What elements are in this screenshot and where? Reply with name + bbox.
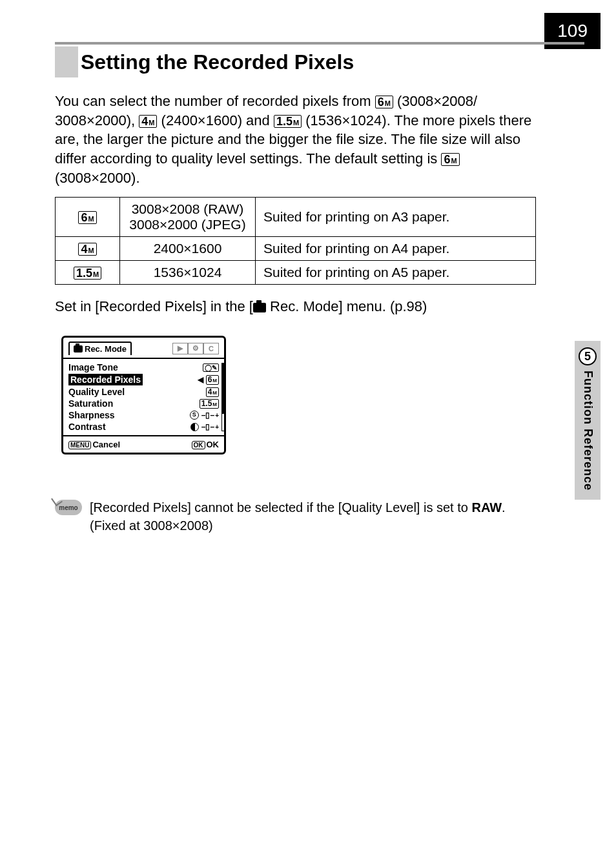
camera-icon: [74, 345, 83, 352]
pixels-table: 6M 3008×2008 (RAW)3008×2000 (JPEG) Suite…: [55, 197, 536, 285]
chapter-number: 5: [579, 347, 597, 365]
memo-text: [Recorded Pixels] cannot be selected if …: [90, 498, 533, 535]
menu-item-sharpness: Sharpness S –▯–+: [68, 409, 219, 421]
intro-text-5: (3008×2000).: [55, 170, 140, 186]
memo-block: memo [Recorded Pixels] cannot be selecte…: [55, 498, 533, 535]
badge-4m-icon: 4M: [206, 387, 219, 397]
description: Suited for printing on A4 paper.: [256, 237, 536, 261]
resolution-value: 3008×2008 (RAW): [132, 201, 244, 216]
sharpness-icon: S: [190, 411, 199, 420]
badge-4m-icon: 4M: [139, 115, 157, 128]
table-row: 1.5M 1536×1024 Suited for printing on A5…: [56, 261, 536, 285]
badge-15m-icon: 1.5M: [274, 115, 302, 128]
menu-body: Image Tone ◯✎ Recorded Pixels ◀ 6M Quali…: [63, 358, 224, 436]
description: Suited for printing on A3 paper.: [256, 198, 536, 237]
custom-tab-icon: C: [203, 343, 219, 354]
playback-tab-icon: ▶: [172, 343, 188, 354]
slider-icon: –▯–+: [201, 422, 219, 431]
title-accent-bar: [55, 46, 78, 77]
badge-6m-icon: 6M: [78, 211, 96, 224]
chapter-label: Function Reference: [581, 371, 595, 491]
resolution-value: 3008×2000 (JPEG): [129, 217, 245, 232]
setup-tab-icon: ⚙: [188, 343, 203, 354]
side-tab: 5 Function Reference: [575, 341, 601, 500]
badge-6m-default-icon: 6M: [441, 153, 459, 166]
intro-text-1: You can select the number of recorded pi…: [55, 93, 375, 109]
menu-item-quality-level: Quality Level 4M: [68, 386, 219, 398]
menu-item-recorded-pixels: Recorded Pixels ◀ 6M: [68, 373, 219, 386]
badge-6m-icon: 6M: [375, 96, 393, 108]
menu-item-image-tone: Image Tone ◯✎: [68, 362, 219, 373]
menu-item-contrast: Contrast –▯–+: [68, 421, 219, 433]
slider-icon: –▯–+: [201, 411, 219, 420]
table-row: 4M 2400×1600 Suited for printing on A4 p…: [56, 237, 536, 261]
table-row: 6M 3008×2008 (RAW)3008×2000 (JPEG) Suite…: [56, 198, 536, 237]
intro-text-3: (2400×1600) and: [161, 112, 274, 128]
ok-label: OK: [207, 440, 220, 449]
resolution-value: 1536×1024: [120, 261, 256, 285]
section-title: Setting the Recorded Pixels: [81, 46, 354, 77]
menu-footer: MENUCancel OKOK: [63, 436, 224, 453]
scrollbar: [221, 363, 225, 431]
intro-paragraph: You can select the number of recorded pi…: [55, 92, 533, 187]
contrast-icon: [190, 423, 199, 431]
menu-header: Rec. Mode ▶ ⚙ C: [63, 338, 224, 358]
resolution-value: 2400×1600: [120, 237, 256, 261]
memo-icon: memo: [55, 500, 82, 515]
badge-6m-icon: 6M: [206, 375, 219, 385]
section-title-block: Setting the Recorded Pixels: [55, 46, 354, 77]
tab-label: Rec. Mode: [85, 344, 127, 354]
cancel-label: Cancel: [92, 440, 120, 449]
badge-15m-icon: 1.5M: [200, 399, 219, 409]
menu-button-icon: MENU: [68, 441, 91, 449]
left-arrow-icon: ◀: [198, 375, 203, 384]
badge-4m-icon: 4M: [78, 243, 96, 256]
badge-15m-icon: 1.5M: [74, 267, 101, 280]
menu-item-saturation: Saturation 1.5M: [68, 398, 219, 409]
header-divider: [55, 42, 584, 45]
set-in-instruction: Set in [Recorded Pixels] in the [ Rec. M…: [55, 298, 427, 315]
active-tab: Rec. Mode: [68, 342, 132, 355]
scrollbar-thumb: [221, 363, 225, 414]
description: Suited for printing on A5 paper.: [256, 261, 536, 285]
camera-icon: [253, 303, 266, 312]
menu-screenshot: Rec. Mode ▶ ⚙ C Image Tone ◯✎ Recorded P…: [61, 336, 226, 455]
image-tone-icon: ◯✎: [203, 363, 219, 372]
inactive-tabs: ▶ ⚙ C: [172, 343, 219, 354]
ok-button-icon: OK: [192, 441, 205, 449]
raw-label: RAW: [471, 500, 502, 515]
